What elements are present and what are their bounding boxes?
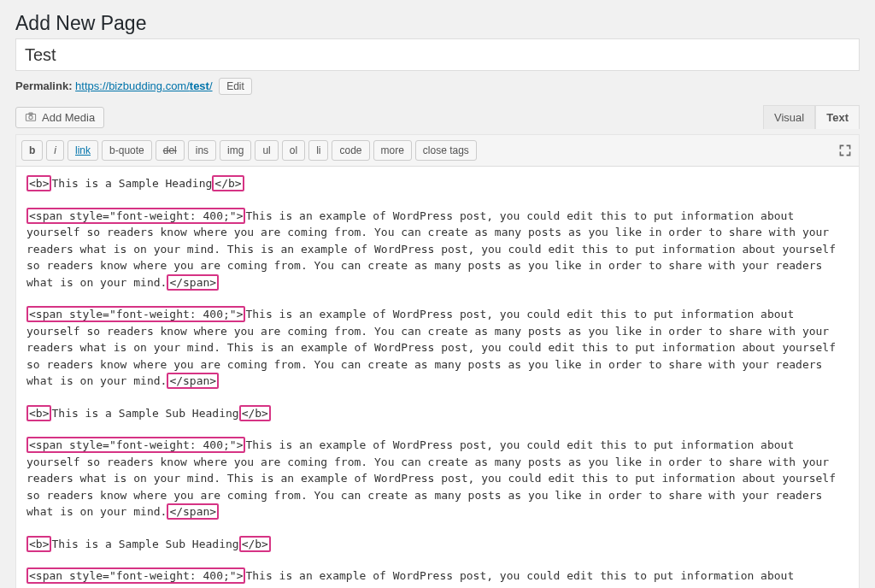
add-media-label: Add Media: [42, 111, 95, 124]
html-tag-highlight: <span style="font-weight: 400;">: [26, 208, 245, 224]
html-tag-highlight: <b>: [26, 175, 51, 191]
html-tag-highlight: </span>: [167, 373, 219, 389]
qt-b-button[interactable]: b: [21, 140, 43, 161]
html-tag-highlight: </b>: [239, 405, 271, 421]
permalink-edit-button[interactable]: Edit: [219, 78, 252, 95]
permalink-row: Permalink: https://bizbudding.com/test/ …: [0, 78, 875, 105]
quicktags-toolbar: bilinkb-quotedelinsimgulollicodemoreclos…: [16, 135, 859, 167]
qt-close-tags-button[interactable]: close tags: [415, 140, 477, 161]
content-textarea[interactable]: <b>This is a Sample Heading</b><span sty…: [16, 167, 859, 588]
html-tag-highlight: <span style="font-weight: 400;">: [26, 306, 245, 322]
qt-i-button[interactable]: i: [46, 140, 64, 161]
html-tag-highlight: </span>: [167, 274, 219, 291]
qt-code-button[interactable]: code: [332, 140, 369, 161]
html-tag-highlight: </b>: [212, 175, 244, 191]
html-tag-highlight: </b>: [239, 536, 271, 552]
page-title: Add New Page: [0, 0, 875, 38]
html-tag-highlight: <b>: [26, 536, 51, 552]
html-tag-highlight: <span style="font-weight: 400;">: [26, 567, 245, 584]
html-tag-highlight: <b>: [26, 405, 51, 421]
html-tag-highlight: <span style="font-weight: 400;">: [26, 437, 245, 453]
qt-li-button[interactable]: li: [308, 140, 328, 161]
add-media-button[interactable]: Add Media: [15, 107, 104, 128]
fullscreen-toggle[interactable]: [837, 142, 854, 159]
permalink-label: Permalink:: [15, 79, 72, 92]
html-tag-highlight: </span>: [167, 503, 219, 520]
qt-b-quote-button[interactable]: b-quote: [102, 140, 152, 161]
qt-ol-button[interactable]: ol: [282, 140, 305, 161]
tab-text[interactable]: Text: [815, 105, 860, 129]
svg-point-1: [29, 115, 32, 119]
permalink-url[interactable]: https://bizbudding.com/test/: [75, 79, 212, 92]
qt-ul-button[interactable]: ul: [255, 140, 278, 161]
qt-link-button[interactable]: link: [68, 140, 98, 161]
post-title-input[interactable]: [15, 38, 860, 71]
qt-more-button[interactable]: more: [373, 140, 412, 161]
camera-icon: [25, 111, 37, 123]
qt-del-button[interactable]: del: [156, 140, 185, 161]
qt-img-button[interactable]: img: [220, 140, 251, 161]
tab-visual[interactable]: Visual: [763, 105, 815, 129]
qt-ins-button[interactable]: ins: [188, 140, 216, 161]
